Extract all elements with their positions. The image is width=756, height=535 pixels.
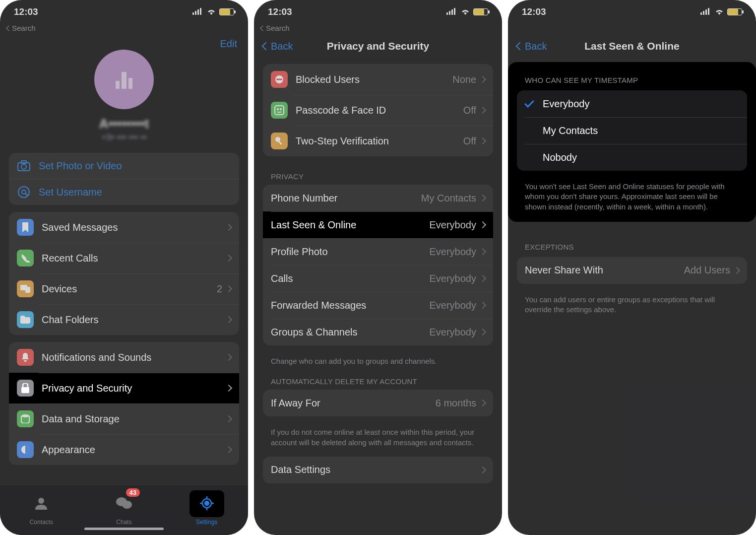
svg-rect-32 — [275, 106, 284, 115]
chevron-right-icon — [479, 195, 486, 201]
timestamp-header: WHO CAN SEE MY TIMESTAMP — [517, 67, 747, 88]
devices-row[interactable]: Devices 2 — [9, 273, 239, 304]
row-value: None — [452, 74, 476, 85]
svg-rect-31 — [276, 79, 282, 80]
row-value: Off — [463, 105, 476, 116]
row-value: Off — [463, 135, 476, 147]
tab-label: Contacts — [30, 519, 53, 526]
back-button[interactable]: Back — [263, 41, 303, 52]
tab-contacts[interactable]: Contacts — [11, 490, 71, 526]
signal-icon — [700, 6, 711, 17]
svg-rect-26 — [446, 12, 448, 15]
devices-icon — [17, 280, 34, 297]
screen-settings: 12:03 Search Edit A••••••••t +9• ••• •••… — [0, 0, 248, 535]
if-away-row[interactable]: If Away For 6 months — [263, 390, 493, 416]
blocked-users-row[interactable]: Blocked Users None — [263, 64, 493, 95]
back-button[interactable]: Back — [517, 41, 557, 52]
option-everybody[interactable]: Everybody — [517, 90, 747, 117]
two-step-row[interactable]: Two-Step Verification Off — [263, 126, 493, 156]
page-title: Privacy and Security — [303, 40, 453, 52]
set-photo-button[interactable]: Set Photo or Video — [9, 153, 239, 179]
notifications-row[interactable]: Notifications and Sounds — [9, 342, 239, 373]
svg-point-15 — [21, 414, 29, 417]
lock-icon — [17, 380, 34, 397]
breadcrumb-label: Search — [12, 24, 36, 32]
person-icon — [34, 496, 49, 512]
chevron-right-icon — [225, 385, 232, 392]
breadcrumb-back[interactable]: Search — [254, 24, 502, 35]
svg-rect-2 — [197, 9, 199, 15]
gear-icon — [199, 495, 215, 513]
svg-rect-0 — [192, 12, 194, 15]
chevron-right-icon — [225, 316, 232, 323]
wifi-icon — [714, 6, 724, 17]
camera-icon — [17, 159, 31, 173]
appearance-row[interactable]: Appearance — [9, 434, 239, 465]
set-username-label: Set Username — [39, 187, 102, 198]
folder-icon — [17, 311, 34, 328]
back-label: Back — [271, 41, 293, 52]
breadcrumb-back[interactable]: Search — [0, 24, 248, 35]
data-settings-row[interactable]: Data Settings — [263, 457, 493, 483]
edit-button[interactable]: Edit — [0, 35, 248, 50]
chat-folders-row[interactable]: Chat Folders — [9, 304, 239, 335]
option-nobody[interactable]: Nobody — [517, 144, 747, 171]
privacy-security-row[interactable]: Privacy and Security — [9, 373, 239, 403]
status-bar: 12:03 — [0, 0, 248, 24]
chevron-left-icon — [262, 42, 270, 51]
tab-settings[interactable]: Settings — [177, 490, 237, 526]
privacy-header: PRIVACY — [263, 163, 493, 185]
groups-channels-row[interactable]: Groups & Channels Everybody — [263, 319, 493, 345]
passcode-row[interactable]: Passcode & Face ID Off — [263, 95, 493, 126]
phone-icon — [17, 250, 34, 267]
option-my-contacts[interactable]: My Contacts — [517, 117, 747, 144]
check-icon — [524, 98, 534, 108]
status-time: 12:03 — [14, 6, 38, 17]
last-seen-row[interactable]: Last Seen & Online Everybody — [263, 211, 493, 238]
phone-number-row[interactable]: Phone Number My Contacts — [263, 185, 493, 211]
row-value: Everybody — [430, 246, 477, 258]
avatar[interactable] — [94, 50, 154, 109]
svg-rect-27 — [449, 11, 450, 15]
svg-rect-29 — [454, 8, 455, 15]
tab-chats[interactable]: 43 Chats — [94, 490, 154, 526]
row-label: Privacy and Security — [42, 383, 226, 394]
row-value: Everybody — [430, 273, 477, 284]
profile-photo-row[interactable]: Profile Photo Everybody — [263, 238, 493, 265]
svg-point-10 — [18, 187, 29, 198]
row-label: Appearance — [42, 444, 226, 456]
forwarded-row[interactable]: Forwarded Messages Everybody — [263, 292, 493, 319]
check-placeholder — [524, 151, 534, 161]
chevron-left-icon — [516, 42, 524, 51]
blocked-icon — [271, 71, 288, 88]
chevron-right-icon — [479, 137, 486, 144]
saved-messages-row[interactable]: Saved Messages — [9, 212, 239, 243]
screen-last-seen: 12:03 x Back Last Seen & Online WHO CAN … — [508, 0, 756, 535]
row-label: Groups & Channels — [271, 327, 430, 338]
storage-icon — [17, 410, 34, 427]
row-label: Data and Storage — [42, 413, 226, 425]
set-username-button[interactable]: Set Username — [9, 179, 239, 205]
row-label: Blocked Users — [296, 74, 452, 85]
svg-rect-14 — [21, 387, 29, 393]
svg-rect-6 — [128, 78, 132, 89]
svg-point-21 — [205, 501, 209, 505]
svg-rect-9 — [21, 161, 26, 163]
bookmark-icon — [17, 219, 34, 236]
timestamp-footer: You won't see Last Seen and Online statu… — [517, 178, 747, 214]
chevron-right-icon — [479, 221, 486, 228]
never-share-row[interactable]: Never Share With Add Users — [517, 257, 747, 284]
calls-row[interactable]: Calls Everybody — [263, 265, 493, 292]
recent-calls-row[interactable]: Recent Calls — [9, 243, 239, 273]
data-storage-row[interactable]: Data and Storage — [9, 403, 239, 434]
chevron-right-icon — [479, 107, 486, 114]
chevron-right-icon — [225, 255, 232, 262]
svg-rect-40 — [708, 8, 709, 15]
autodelete-footer: If you do not come online at least once … — [263, 423, 493, 450]
svg-rect-36 — [278, 141, 282, 145]
breadcrumb-label: Search — [266, 24, 290, 32]
row-value: Everybody — [430, 327, 477, 338]
chats-badge: 43 — [126, 488, 140, 497]
row-value: 2 — [217, 283, 222, 295]
at-icon — [17, 185, 31, 199]
